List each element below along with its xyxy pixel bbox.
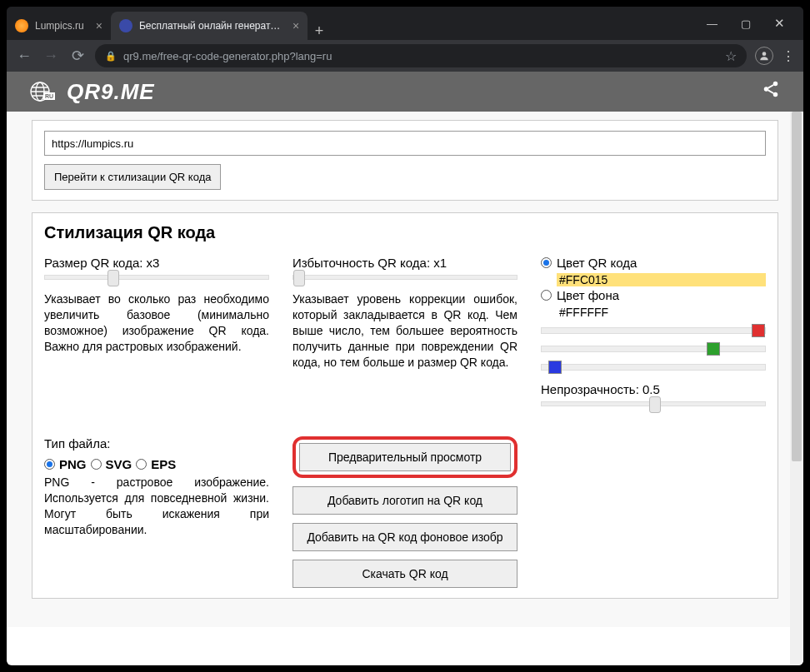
- redundancy-label: Избыточность QR кода: x1: [292, 256, 518, 270]
- bg-color-hex: #FFFFFF: [557, 306, 766, 319]
- svg-point-9: [764, 87, 769, 92]
- globe-ru-icon[interactable]: RU: [30, 82, 55, 102]
- profile-icon[interactable]: [755, 47, 773, 65]
- qr-url-input[interactable]: [44, 131, 766, 156]
- opt-eps: EPS: [151, 457, 176, 471]
- panel-title: Стилизация QR кода: [44, 223, 766, 242]
- more-icon[interactable]: ⋮: [782, 48, 795, 64]
- redundancy-column: Избыточность QR кода: x1 Указывает урове…: [292, 256, 518, 418]
- back-icon[interactable]: ←: [15, 47, 33, 65]
- go-to-styling-button[interactable]: Перейти к стилизации QR кода: [44, 164, 221, 190]
- filetype-column: Тип файла: PNG SVG EPS PNG - растровое и…: [44, 436, 269, 588]
- radio-png[interactable]: [44, 459, 55, 470]
- svg-point-10: [773, 92, 778, 97]
- tab-lumpics[interactable]: Lumpics.ru ×: [7, 12, 111, 40]
- url-panel: Перейти к стилизации QR кода: [32, 120, 778, 201]
- site-header: RU QR9.ME: [7, 72, 803, 112]
- red-slider[interactable]: [541, 327, 766, 334]
- url-field[interactable]: 🔒 qr9.me/free-qr-code-generator.php?lang…: [95, 44, 747, 67]
- radio-eps[interactable]: [136, 459, 147, 470]
- minimize-icon[interactable]: —: [707, 17, 718, 30]
- star-icon[interactable]: ☆: [725, 48, 737, 64]
- site-logo-text: QR9.ME: [67, 79, 155, 105]
- close-icon[interactable]: ×: [96, 19, 102, 32]
- qr-color-hex: #FFC015: [557, 273, 766, 286]
- share-icon[interactable]: [762, 80, 780, 103]
- radio-qr-color[interactable]: [541, 257, 552, 268]
- add-logo-button[interactable]: Добавить логотип на QR код: [292, 486, 518, 515]
- action-buttons: Предварительный просмотр Добавить логоти…: [292, 436, 518, 588]
- spacer: [541, 436, 766, 588]
- favicon-lumpics: [15, 19, 28, 32]
- size-slider[interactable]: [44, 275, 269, 280]
- window-close-icon[interactable]: ✕: [774, 16, 785, 31]
- size-column: Размер QR кода: x3 Указывает во сколько …: [44, 256, 269, 418]
- maximize-icon[interactable]: ▢: [741, 17, 751, 30]
- redundancy-slider[interactable]: [292, 275, 518, 280]
- size-label: Размер QR кода: x3: [44, 256, 269, 270]
- qr-color-label: Цвет QR кода: [557, 256, 637, 270]
- opacity-slider[interactable]: [541, 401, 766, 406]
- opt-svg: SVG: [106, 457, 132, 471]
- add-bg-button[interactable]: Добавить на QR код фоновое изобр: [292, 523, 518, 551]
- size-desc: Указывает во сколько раз необходимо увел…: [44, 291, 269, 355]
- radio-bg-color[interactable]: [541, 290, 552, 301]
- tab-label: Бесплатный онлайн генератор Q: [139, 20, 281, 32]
- styling-panel: Стилизация QR кода Размер QR кода: x3 Ук…: [32, 212, 778, 599]
- blue-slider[interactable]: [541, 364, 766, 371]
- opacity-label: Непрозрачность: 0.5: [541, 382, 766, 396]
- preview-callout: Предварительный просмотр: [292, 436, 518, 478]
- preview-button[interactable]: Предварительный просмотр: [299, 443, 511, 471]
- bg-color-label: Цвет фона: [557, 288, 619, 302]
- tab-label: Lumpics.ru: [35, 20, 84, 32]
- redundancy-desc: Указывает уровень коррекции ошибок, кото…: [292, 291, 518, 370]
- tab-qr9[interactable]: Бесплатный онлайн генератор Q ×: [111, 12, 308, 40]
- opt-png: PNG: [59, 457, 87, 471]
- lock-icon: 🔒: [105, 51, 117, 62]
- new-tab-button[interactable]: +: [308, 22, 331, 40]
- svg-point-8: [773, 82, 778, 87]
- filetype-desc: PNG - растровое изображение. Используетс…: [44, 475, 269, 538]
- color-column: Цвет QR кода #FFC015 Цвет фона #FFFFFF: [541, 256, 766, 418]
- reload-icon[interactable]: ⟳: [68, 47, 87, 65]
- download-button[interactable]: Скачать QR код: [292, 560, 518, 588]
- svg-point-0: [762, 52, 767, 56]
- close-icon[interactable]: ×: [292, 19, 299, 32]
- scrollbar-thumb[interactable]: [792, 112, 802, 461]
- radio-svg[interactable]: [91, 459, 102, 470]
- url-text: qr9.me/free-qr-code-generator.php?lang=r…: [123, 50, 332, 62]
- svg-text:RU: RU: [45, 93, 53, 99]
- filetype-label: Тип файла:: [44, 436, 269, 450]
- favicon-qr9: [119, 19, 132, 32]
- green-slider[interactable]: [541, 346, 766, 352]
- address-bar: ← → ⟳ 🔒 qr9.me/free-qr-code-generator.ph…: [7, 40, 803, 72]
- titlebar: Lumpics.ru × Бесплатный онлайн генератор…: [7, 7, 803, 40]
- forward-icon: →: [42, 47, 60, 65]
- scrollbar[interactable]: [790, 112, 803, 665]
